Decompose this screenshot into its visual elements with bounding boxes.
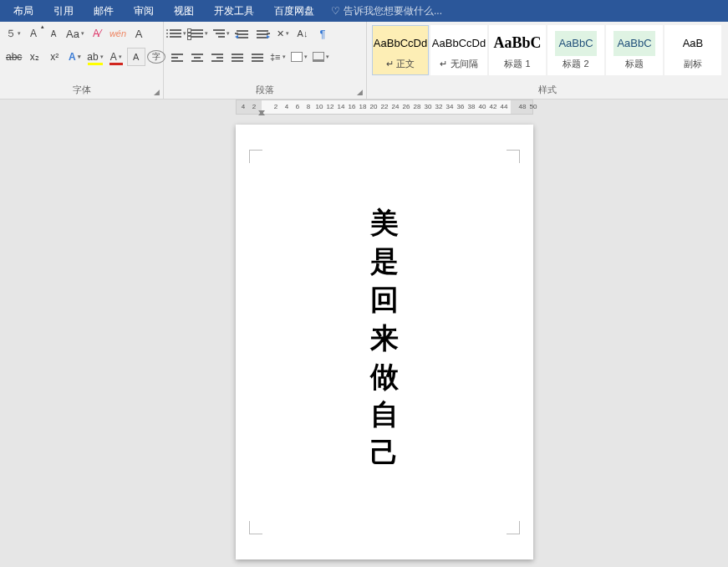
tell-me-search[interactable]: ♡ 告诉我您想要做什么...	[331, 4, 442, 18]
show-marks-button[interactable]: ¶	[313, 24, 332, 43]
align-right-button[interactable]	[208, 48, 227, 66]
menu-layout[interactable]: 布局	[3, 0, 43, 22]
shrink-font-button[interactable]: A	[44, 24, 63, 43]
change-case-button[interactable]: Aa▾	[64, 24, 86, 43]
style-label: 标题 1	[504, 58, 530, 70]
crop-mark-tr	[507, 150, 520, 163]
sort-button[interactable]: A↓	[293, 24, 312, 43]
style-label: 标题	[625, 58, 644, 70]
style-preview: AaBbCcDd	[374, 31, 427, 56]
paragraph-group-label: 段落 ◢	[164, 82, 366, 99]
grow-font-button[interactable]: A	[24, 24, 43, 43]
document-text[interactable]: 美是回来做自己	[236, 204, 533, 472]
paragraph-dialog-launcher[interactable]: ◢	[354, 87, 364, 97]
style-preview: AaB	[683, 31, 704, 56]
lightbulb-icon: ♡	[331, 5, 340, 17]
horizontal-ruler[interactable]: 4224681012141618202224262830323436384042…	[236, 100, 533, 115]
decrease-indent-button[interactable]: ◂	[233, 24, 252, 43]
crop-mark-br	[507, 521, 520, 534]
menu-review[interactable]: 审阅	[124, 0, 164, 22]
style-preview: AaBbC	[555, 31, 596, 56]
subscript-button[interactable]: x₂	[25, 48, 43, 66]
ribbon-group-font: ５▾ A A Aa▾ A⁄ wén A abc x₂ x² A▾ ab▾ A▾ …	[0, 22, 164, 99]
style-card-↵ 无间隔[interactable]: AaBbCcDd↵ 无间隔	[430, 25, 487, 75]
style-card-副标[interactable]: AaB副标	[664, 25, 721, 75]
tell-me-placeholder: 告诉我您想要做什么...	[344, 4, 442, 18]
highlight-button[interactable]: ab▾	[85, 48, 104, 66]
doc-char: 己	[236, 434, 533, 472]
style-preview: AaBbCcDd	[432, 31, 486, 56]
document-area: 4224681012141618202224262830323436384042…	[0, 100, 728, 567]
bullet-list-button[interactable]: ▾	[168, 24, 188, 43]
style-label: ↵ 正文	[386, 58, 415, 70]
char-border-button[interactable]: A	[130, 24, 148, 43]
increase-indent-button[interactable]: ▸	[253, 24, 272, 43]
font-color-button[interactable]: A▾	[107, 48, 125, 66]
align-center-button[interactable]	[188, 48, 206, 66]
font-size-button[interactable]: ５▾	[4, 24, 23, 43]
style-preview: AaBbC	[493, 31, 541, 56]
text-effects-button[interactable]: A▾	[65, 48, 84, 66]
asian-layout-button[interactable]: ✕▾	[273, 24, 292, 43]
style-preview: AaBbC	[613, 31, 654, 56]
menu-references[interactable]: 引用	[43, 0, 84, 22]
menu-view[interactable]: 视图	[164, 0, 204, 22]
style-card-标题[interactable]: AaBbC标题	[606, 25, 663, 75]
align-distributed-button[interactable]	[248, 48, 267, 66]
superscript-button[interactable]: x²	[45, 48, 64, 66]
align-left-button[interactable]	[168, 48, 186, 66]
crop-mark-tl	[249, 150, 262, 163]
ribbon: ５▾ A A Aa▾ A⁄ wén A abc x₂ x² A▾ ab▾ A▾ …	[0, 22, 728, 100]
crop-mark-bl	[249, 521, 262, 534]
document-page[interactable]: 美是回来做自己	[236, 125, 533, 559]
style-label: ↵ 无间隔	[440, 58, 477, 70]
doc-char: 是	[236, 243, 533, 281]
phonetic-guide-button[interactable]: wén	[108, 24, 128, 43]
style-label: 标题 2	[563, 58, 588, 70]
style-card-标题 1[interactable]: AaBbC标题 1	[489, 25, 546, 75]
borders-button[interactable]: ▾	[311, 48, 331, 66]
align-justify-button[interactable]	[228, 48, 247, 66]
doc-char: 做	[236, 358, 533, 396]
ribbon-group-paragraph: ▾ ▾ ▾ ◂ ▸ ✕▾ A↓ ¶ ‡≡▾ ▾ ▾ 段落 ◢	[164, 22, 367, 99]
shading-button[interactable]: ▾	[289, 48, 309, 66]
doc-char: 美	[236, 204, 533, 243]
doc-char: 回	[236, 281, 533, 319]
ribbon-group-styles: AaBbCcDd↵ 正文AaBbCcDd↵ 无间隔AaBbC标题 1AaBbC标…	[367, 22, 728, 99]
styles-gallery[interactable]: AaBbCcDd↵ 正文AaBbCcDd↵ 无间隔AaBbC标题 1AaBbC标…	[370, 23, 725, 79]
menu-mailings[interactable]: 邮件	[84, 0, 124, 22]
doc-char: 来	[236, 319, 533, 358]
doc-char: 自	[236, 396, 533, 434]
numbered-list-button[interactable]: ▾	[190, 24, 210, 43]
styles-group-label: 样式	[367, 82, 728, 99]
multilevel-list-button[interactable]: ▾	[211, 24, 232, 43]
menu-bar: 布局 引用 邮件 审阅 视图 开发工具 百度网盘 ♡ 告诉我您想要做什么...	[0, 0, 728, 22]
line-spacing-button[interactable]: ‡≡▾	[268, 48, 288, 66]
char-shading-button[interactable]: A	[127, 48, 145, 66]
font-group-label: 字体 ◢	[0, 82, 163, 99]
strikethrough-button[interactable]: abc	[4, 48, 23, 66]
enclose-char-button[interactable]: 字	[147, 50, 165, 64]
menu-baidu-disk[interactable]: 百度网盘	[264, 0, 324, 22]
style-card-标题 2[interactable]: AaBbC标题 2	[547, 25, 604, 75]
menu-developer[interactable]: 开发工具	[204, 0, 264, 22]
style-card-↵ 正文[interactable]: AaBbCcDd↵ 正文	[372, 25, 429, 75]
clear-format-button[interactable]: A⁄	[88, 24, 106, 43]
font-dialog-launcher[interactable]: ◢	[151, 87, 161, 97]
style-label: 副标	[684, 58, 702, 70]
